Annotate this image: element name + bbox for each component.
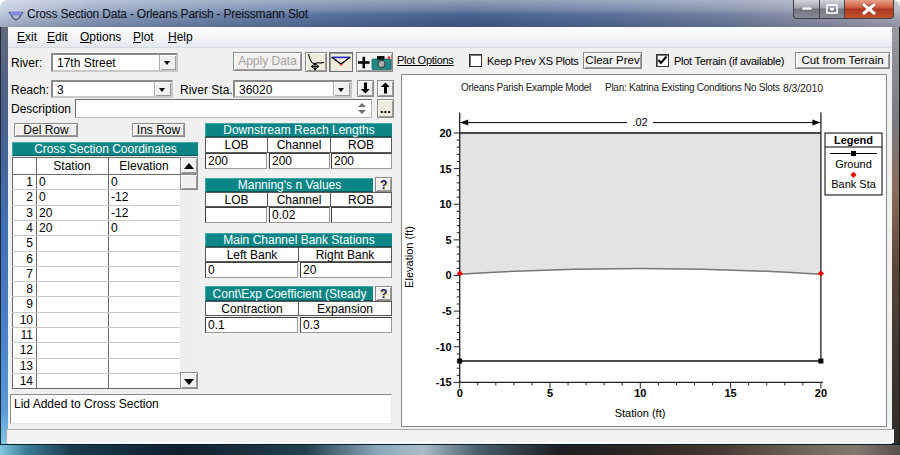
svg-text:-5: -5 [442,305,452,317]
svg-text:5: 5 [547,387,553,399]
svg-text:20: 20 [815,387,827,399]
svg-text:0: 0 [446,269,452,281]
svg-text:15: 15 [724,387,736,399]
svg-text:10: 10 [634,387,646,399]
svg-text:Bank Sta: Bank Sta [831,178,877,190]
svg-text:-15: -15 [436,376,452,388]
svg-text:0: 0 [457,387,463,399]
svg-text:Station (ft): Station (ft) [615,407,666,419]
svg-text:15: 15 [439,163,451,175]
svg-text:-10: -10 [436,341,452,353]
svg-text:Ground: Ground [835,158,872,170]
svg-text:Legend: Legend [834,134,873,146]
svg-text:.02: .02 [632,116,647,128]
svg-text:10: 10 [439,198,451,210]
svg-text:Elevation (ft): Elevation (ft) [403,226,415,288]
svg-text:20: 20 [439,127,451,139]
svg-text:5: 5 [446,234,452,246]
